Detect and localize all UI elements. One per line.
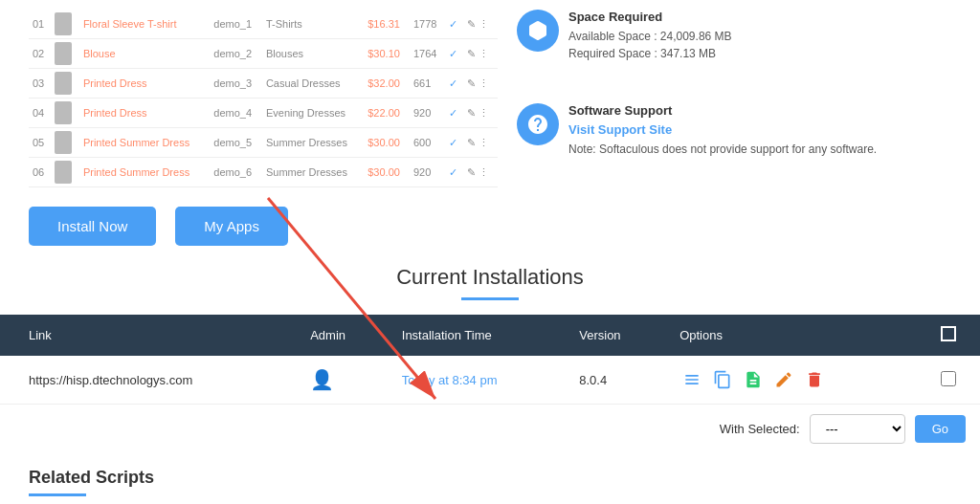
support-info-text: Software Support Visit Support Site Note…: [568, 103, 877, 158]
preview-sku: demo_5: [210, 128, 262, 158]
preview-qty: 1778: [410, 10, 445, 39]
table-header-row: Link Admin Installation Time Version Opt…: [0, 315, 980, 356]
preview-id: 05: [29, 128, 51, 158]
preview-sku: demo_3: [210, 69, 262, 99]
more-row-icon[interactable]: ⋮: [479, 107, 489, 120]
installations-section: Current Installations Link Admin Install…: [0, 265, 980, 453]
preview-status: ✓: [445, 10, 463, 39]
preview-img: [51, 99, 79, 128]
preview-price: $16.31: [364, 10, 410, 39]
preview-category: Blouses: [262, 39, 364, 69]
edit-row-icon[interactable]: ✎: [467, 166, 476, 179]
top-section: 01 Floral Sleeve T-shirt demo_1 T-Shirts…: [0, 0, 980, 187]
space-title: Space Required: [568, 10, 732, 24]
preview-name: Blouse: [79, 39, 210, 69]
preview-id: 03: [29, 69, 51, 99]
preview-status: ✓: [445, 39, 463, 69]
edit-row-icon[interactable]: ✎: [467, 107, 476, 120]
preview-status: ✓: [445, 99, 463, 128]
buttons-row: Install Now My Apps: [0, 187, 980, 246]
row-checkbox[interactable]: [941, 371, 956, 386]
user-avatar-icon: 👤: [310, 369, 334, 390]
col-checkbox: [917, 315, 980, 356]
manage-icon[interactable]: [679, 367, 704, 392]
col-admin: Admin: [296, 315, 388, 356]
install-now-button[interactable]: Install Now: [29, 207, 156, 246]
preview-category: Casual Dresses: [262, 69, 364, 99]
select-all-checkbox[interactable]: [941, 326, 956, 341]
info-panels: Space Required Available Space : 24,009.…: [517, 10, 951, 187]
preview-price: $32.00: [364, 69, 410, 99]
space-info-text: Space Required Available Space : 24,009.…: [568, 10, 732, 62]
with-selected-row: With Selected: --- Go: [0, 405, 980, 453]
preview-actions: ✎ ⋮: [463, 69, 498, 99]
preview-status: ✓: [445, 128, 463, 158]
preview-name: Floral Sleeve T-shirt: [79, 10, 210, 39]
preview-img: [51, 128, 79, 158]
copy-icon[interactable]: [710, 367, 735, 392]
preview-img: [51, 69, 79, 99]
col-version: Version: [565, 315, 665, 356]
delete-icon[interactable]: [802, 367, 827, 392]
preview-id: 04: [29, 99, 51, 128]
col-link: Link: [0, 315, 296, 356]
installations-tbody: https://hisp.dtechnologys.com 👤 Today at…: [0, 356, 980, 405]
preview-img: [51, 158, 79, 187]
go-button[interactable]: Go: [915, 415, 966, 443]
preview-img: [51, 39, 79, 69]
preview-sku: demo_6: [210, 158, 262, 187]
row-installation-time: Today at 8:34 pm: [388, 356, 565, 405]
more-row-icon[interactable]: ⋮: [479, 77, 489, 90]
col-installation-time: Installation Time: [388, 315, 565, 356]
export-icon[interactable]: [741, 367, 766, 392]
more-row-icon[interactable]: ⋮: [479, 166, 489, 179]
row-link: https://hisp.dtechnologys.com: [0, 356, 296, 405]
preview-actions: ✎ ⋮: [463, 39, 498, 69]
visit-support-link[interactable]: Visit Support Site: [568, 122, 672, 137]
preview-table-row: 06 Printed Summer Dress demo_6 Summer Dr…: [29, 158, 498, 187]
preview-actions: ✎ ⋮: [463, 128, 498, 158]
with-selected-select[interactable]: ---: [810, 414, 905, 444]
preview-price: $30.10: [364, 39, 410, 69]
col-options: Options: [665, 315, 917, 356]
preview-actions: ✎ ⋮: [463, 158, 498, 187]
more-row-icon[interactable]: ⋮: [479, 137, 489, 149]
edit-row-icon[interactable]: ✎: [467, 48, 476, 60]
preview-table-row: 05 Printed Summer Dress demo_5 Summer Dr…: [29, 128, 498, 158]
preview-table: 01 Floral Sleeve T-shirt demo_1 T-Shirts…: [29, 10, 498, 187]
preview-name: Printed Dress: [79, 69, 210, 99]
related-scripts-section: Related Scripts: [0, 453, 980, 496]
support-title: Software Support: [568, 103, 877, 118]
row-version: 8.0.4: [565, 356, 665, 405]
space-required-card: Space Required Available Space : 24,009.…: [517, 10, 951, 94]
more-row-icon[interactable]: ⋮: [479, 18, 489, 31]
edit-row-icon[interactable]: ✎: [467, 77, 476, 90]
software-support-card: Software Support Visit Support Site Note…: [517, 103, 951, 187]
support-note: Note: Softaculous does not provide suppo…: [568, 141, 877, 158]
preview-actions: ✎ ⋮: [463, 10, 498, 39]
preview-id: 02: [29, 39, 51, 69]
support-icon: [517, 103, 559, 145]
preview-status: ✓: [445, 158, 463, 187]
preview-qty: 920: [410, 158, 445, 187]
preview-sku: demo_4: [210, 99, 262, 128]
related-scripts-title: Related Scripts: [29, 468, 951, 488]
preview-price: $30.00: [364, 128, 410, 158]
row-select-checkbox: [917, 356, 980, 405]
edit-icon[interactable]: [771, 367, 796, 392]
preview-qty: 661: [410, 69, 445, 99]
required-space: Required Space : 347.13 MB: [568, 45, 732, 62]
my-apps-button[interactable]: My Apps: [175, 207, 288, 246]
preview-qty: 1764: [410, 39, 445, 69]
preview-table-row: 02 Blouse demo_2 Blouses $30.10 1764 ✓ ✎…: [29, 39, 498, 69]
edit-row-icon[interactable]: ✎: [467, 137, 476, 149]
table-actions: [679, 367, 902, 392]
space-icon: [517, 10, 559, 52]
preview-table-row: 03 Printed Dress demo_3 Casual Dresses $…: [29, 69, 498, 99]
preview-qty: 600: [410, 128, 445, 158]
title-underline: [461, 297, 519, 300]
row-options: [665, 356, 917, 405]
edit-row-icon[interactable]: ✎: [467, 18, 476, 31]
table-row: https://hisp.dtechnologys.com 👤 Today at…: [0, 356, 980, 405]
more-row-icon[interactable]: ⋮: [479, 48, 489, 60]
